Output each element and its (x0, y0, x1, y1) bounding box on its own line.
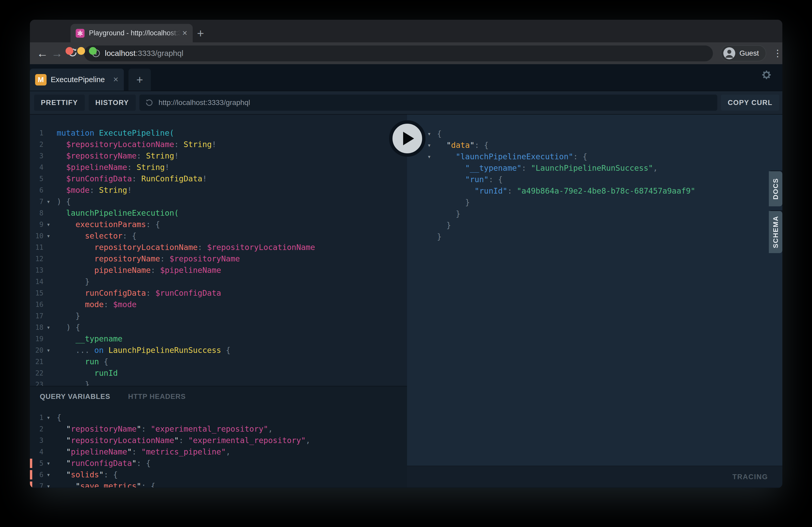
fold-spacer (43, 287, 57, 299)
line-number: 20 (30, 345, 43, 356)
session-toolbar: PRETTIFY HISTORY http://localhost:3333/g… (30, 91, 782, 115)
url-text: localhost:3333/graphql (105, 49, 183, 58)
code-line: 14 } (30, 276, 407, 287)
fold-arrow-icon[interactable]: ▾ (43, 469, 57, 481)
code-text: "repositoryLocationName": "experimental_… (57, 435, 310, 446)
fold-arrow-icon[interactable]: ▾ (427, 139, 437, 151)
code-text: "__typename": "LaunchPipelineRunSuccess"… (437, 162, 658, 174)
browser-window: Playground - http://localhost:3 ✕ + ← → (30, 20, 782, 488)
fold-spacer (427, 185, 437, 197)
code-text: $runConfigData: RunConfigData! (57, 173, 207, 184)
fold-spacer (427, 231, 437, 242)
profile-chip[interactable]: Guest (721, 45, 766, 61)
code-line: 11 repositoryLocationName: $repositoryLo… (30, 242, 407, 253)
fold-spacer (427, 197, 437, 208)
line-number: 1 (30, 127, 43, 139)
fold-arrow-icon[interactable]: ▾ (43, 481, 57, 487)
copy-curl-button[interactable]: COPY CURL (721, 94, 779, 111)
fold-spacer (43, 299, 57, 310)
fold-arrow-icon[interactable]: ▾ (427, 128, 437, 139)
fold-arrow-icon[interactable]: ▾ (427, 151, 437, 162)
variables-panel[interactable]: QUERY VARIABLES HTTP HEADERS 1▾{2 "repos… (30, 386, 407, 487)
response-viewer[interactable]: ▾{▾ "data": {▾ "launchPipelineExecution"… (407, 115, 782, 466)
code-text: mode: $mode (57, 299, 136, 310)
session-close-icon[interactable]: ✕ (113, 76, 119, 84)
code-text: } (437, 220, 451, 231)
code-line: 1mutation ExecutePipeline( (30, 127, 407, 139)
prettify-button[interactable]: PRETTIFY (34, 94, 85, 111)
fold-arrow-icon[interactable]: ▾ (43, 457, 57, 469)
browser-tab[interactable]: Playground - http://localhost:3 ✕ (71, 24, 193, 42)
browser-tab-title: Playground - http://localhost:3 (89, 29, 180, 37)
code-text: repositoryName: $repositoryName (57, 253, 240, 265)
line-number: 3 (30, 435, 43, 446)
profile-name: Guest (739, 49, 759, 57)
fold-arrow-icon[interactable]: ▾ (43, 196, 57, 207)
new-session-button[interactable]: + (129, 69, 151, 91)
schema-side-tab[interactable]: SCHEMA (769, 211, 782, 253)
tab-http-headers[interactable]: HTTP HEADERS (128, 393, 186, 401)
code-text: ) { (57, 322, 80, 333)
session-tab[interactable]: M ExecutePipeline ✕ (30, 69, 124, 91)
minimize-window-button[interactable] (77, 47, 85, 55)
fold-arrow-icon[interactable]: ▾ (43, 322, 57, 333)
fold-arrow-icon[interactable]: ▾ (43, 230, 57, 242)
close-window-button[interactable] (66, 47, 73, 55)
reconnect-icon[interactable] (145, 98, 154, 107)
fold-arrow-icon[interactable]: ▾ (43, 219, 57, 230)
address-bar[interactable]: localhost:3333/graphql (84, 45, 713, 61)
window-controls (66, 47, 97, 55)
line-number: 13 (30, 265, 43, 276)
line-number: 1 (30, 412, 43, 423)
code-line: 23 } (30, 379, 407, 386)
fold-spacer (43, 367, 57, 379)
browser-menu-icon[interactable]: ⋮ (773, 48, 782, 59)
code-text: "repositoryName": "experimental_reposito… (57, 423, 273, 435)
code-text: "runId": "a49b864a-79e2-4be8-b78c-687457… (437, 185, 695, 197)
new-tab-button[interactable]: + (193, 24, 208, 42)
line-number: 19 (30, 333, 43, 345)
fold-spacer (43, 184, 57, 196)
line-number: 2 (30, 139, 43, 150)
fold-spacer (43, 162, 57, 173)
fold-spacer (43, 139, 57, 150)
code-line: 17 } (30, 310, 407, 322)
zoom-window-button[interactable] (89, 47, 97, 55)
line-number: 8 (30, 207, 43, 219)
fold-spacer (43, 276, 57, 287)
fold-spacer (427, 220, 437, 231)
line-number: 9 (30, 219, 43, 230)
response-viewer-lines: ▾{▾ "data": {▾ "launchPipelineExecution"… (407, 128, 782, 242)
back-button[interactable]: ← (35, 48, 50, 59)
code-line: 22 runId (30, 367, 407, 379)
fold-spacer (43, 253, 57, 265)
fold-arrow-icon[interactable]: ▾ (43, 412, 57, 423)
code-line: 21 run { (30, 356, 407, 367)
code-line: 10▾ selector: { (30, 230, 407, 242)
code-line: } (407, 208, 782, 220)
variables-tabbar: QUERY VARIABLES HTTP HEADERS (30, 387, 407, 401)
tab-query-variables[interactable]: QUERY VARIABLES (40, 393, 110, 401)
code-line: ▾ "data": { (407, 139, 782, 151)
code-text: { (57, 412, 61, 423)
fold-spacer (43, 446, 57, 457)
query-editor[interactable]: 1mutation ExecutePipeline(2 $repositoryL… (30, 115, 407, 386)
code-text: "pipelineName": "metrics_pipeline", (57, 446, 230, 457)
docs-side-tab[interactable]: DOCS (769, 171, 782, 206)
fold-spacer (43, 379, 57, 386)
fold-spacer (43, 150, 57, 162)
line-number: 6 (30, 184, 43, 196)
tracing-toggle[interactable]: TRACING (733, 473, 768, 481)
tab-close-icon[interactable]: ✕ (182, 29, 188, 37)
code-text: $mode: String! (57, 184, 132, 196)
history-button[interactable]: HISTORY (89, 94, 136, 111)
fold-arrow-icon[interactable]: ▾ (43, 345, 57, 356)
execute-button[interactable] (389, 120, 425, 157)
endpoint-input[interactable]: http://localhost:3333/graphql (140, 94, 717, 111)
settings-gear-icon[interactable] (760, 69, 772, 81)
code-line: 16 mode: $mode (30, 299, 407, 310)
code-text: "runConfigData": { (57, 457, 150, 469)
code-text: __typename (57, 333, 122, 345)
code-text: $repositoryLocationName: String! (57, 139, 216, 150)
line-number: 12 (30, 253, 43, 265)
